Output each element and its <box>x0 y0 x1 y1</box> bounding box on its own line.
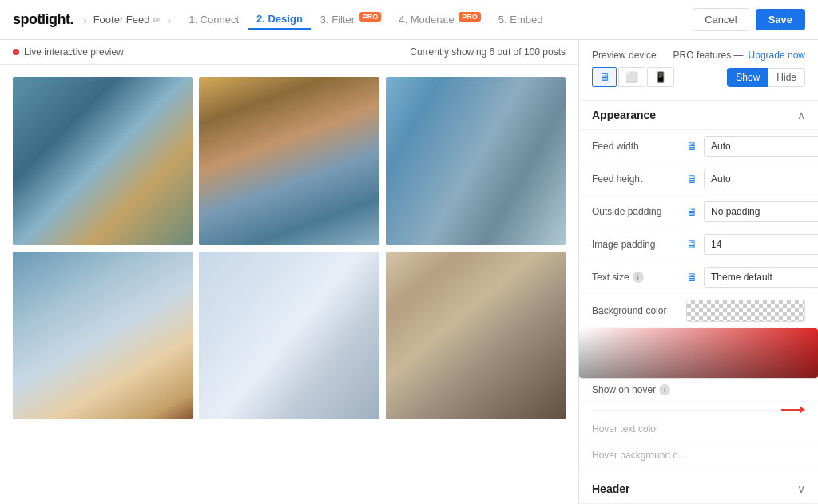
arrow-right-icon <box>781 405 805 415</box>
background-color-input-group <box>686 300 805 322</box>
svg-marker-1 <box>800 407 805 413</box>
nav-actions: Cancel Save <box>693 8 805 31</box>
feed-height-input-group: px <box>704 169 818 189</box>
outside-padding-label: Outside padding <box>592 206 680 217</box>
photo-cell-1 <box>13 77 193 245</box>
outside-padding-input-group: px <box>704 201 818 222</box>
live-indicator: Live interactive preview <box>13 46 124 58</box>
live-dot <box>13 49 19 55</box>
device-icons: 🖥 ⬜ 📱 <box>592 67 674 87</box>
photo-cell-6 <box>386 252 566 419</box>
photo-cell-3 <box>386 77 566 245</box>
steps-nav: 1. Connect 2. Design 3. Filter PRO 4. Mo… <box>181 10 550 30</box>
text-size-info-icon[interactable]: i <box>633 272 644 283</box>
hover-text-color-label: Hover text color <box>592 423 805 435</box>
text-size-row: Text size i 🖥 px <box>579 261 818 294</box>
step-moderate[interactable]: 4. Moderate PRO <box>391 10 489 29</box>
posts-count: Currently showing 6 out of 100 posts <box>410 46 566 58</box>
arrow-indicator-group <box>781 405 805 415</box>
device-label: Preview device <box>592 50 657 61</box>
right-panel: Preview device PRO features — Upgrade no… <box>578 40 818 504</box>
divider <box>592 410 781 411</box>
preview-area: Live interactive preview Currently showi… <box>0 40 578 504</box>
app-logo: spotlight. <box>13 11 73 28</box>
top-navigation: spotlight. › Footer Feed ✏ › 1. Connect … <box>0 0 818 40</box>
pro-row: PRO features — Upgrade now <box>673 50 805 61</box>
device-mobile-button[interactable]: 📱 <box>647 67 674 87</box>
dark-layer <box>579 328 818 379</box>
save-button[interactable]: Save <box>756 9 805 30</box>
text-size-label: Text size i <box>592 272 680 283</box>
show-hide-buttons: Show Hide <box>727 68 805 87</box>
device-tablet-button[interactable]: ⬜ <box>618 67 645 87</box>
device-icon-text-size: 🖥 <box>686 271 697 284</box>
device-desktop-button[interactable]: 🖥 <box>592 67 617 87</box>
show-on-hover-row: Show on hover i <box>579 379 818 402</box>
photo-grid <box>0 65 578 504</box>
photo-cell-2 <box>199 77 379 245</box>
header-section[interactable]: Header ∨ <box>579 474 818 504</box>
outside-padding-input[interactable] <box>704 201 818 222</box>
background-color-label: Background color <box>592 305 680 316</box>
show-on-hover-label: Show on hover i <box>592 384 680 395</box>
preview-bar: Live interactive preview Currently showi… <box>0 40 578 65</box>
feed-width-label: Feed width <box>592 141 680 152</box>
main-layout: Live interactive preview Currently showi… <box>0 40 818 504</box>
text-size-input[interactable] <box>704 267 818 288</box>
edit-icon[interactable]: ✏ <box>153 14 161 26</box>
hover-bg-color-label: Hover background c... <box>592 450 805 461</box>
device-row: Preview device PRO features — Upgrade no… <box>592 50 805 61</box>
device-icon-feed-width: 🖥 <box>686 140 697 153</box>
breadcrumb-sep-2: › <box>167 14 171 26</box>
color-gradient-canvas[interactable] <box>579 328 818 379</box>
feed-width-row: Feed width 🖥 px <box>579 130 818 163</box>
step-filter[interactable]: 3. Filter PRO <box>312 10 389 29</box>
feed-width-input[interactable] <box>704 136 818 157</box>
appearance-title: Appearance <box>592 109 656 121</box>
device-icon-feed-height: 🖥 <box>686 173 697 185</box>
pro-badge-moderate: PRO <box>459 12 481 22</box>
photo-cell-4 <box>13 252 193 419</box>
feed-height-input[interactable] <box>704 169 818 189</box>
photo-cell-5 <box>199 252 379 419</box>
hover-bg-color-row: Hover background c... <box>579 444 818 470</box>
breadcrumb-sep-1: › <box>83 14 87 26</box>
pro-badge-filter: PRO <box>359 12 382 22</box>
device-icon-image-padding: 🖥 <box>686 238 697 251</box>
breadcrumb-feed[interactable]: Footer Feed ✏ <box>93 14 161 26</box>
cancel-button[interactable]: Cancel <box>693 8 749 31</box>
feed-height-row: Feed height 🖥 px <box>579 163 818 196</box>
pro-features-label: PRO features — <box>673 50 744 61</box>
text-size-input-group: px <box>704 267 818 288</box>
outside-padding-row: Outside padding 🖥 px <box>579 196 818 228</box>
live-label: Live interactive preview <box>24 46 124 58</box>
chevron-up-icon: ∧ <box>797 109 805 121</box>
image-padding-input-group: px <box>704 234 818 255</box>
color-picker-popup: 255 R 255 G 255 B 0 A ▲ ▼ <box>579 328 818 379</box>
show-button[interactable]: Show <box>727 68 768 87</box>
hover-text-color-row: Hover text color <box>579 418 818 444</box>
upgrade-link[interactable]: Upgrade now <box>749 50 805 61</box>
image-padding-input[interactable] <box>704 234 818 255</box>
background-color-row: Background color <box>579 294 818 328</box>
background-color-preview[interactable] <box>686 300 805 322</box>
header-title: Header <box>592 482 629 495</box>
arrow-row <box>579 402 818 418</box>
show-on-hover-info-icon[interactable]: i <box>659 384 670 395</box>
appearance-section-header[interactable]: Appearance ∧ <box>579 101 818 130</box>
step-design[interactable]: 2. Design <box>248 10 311 30</box>
image-padding-row: Image padding 🖥 px <box>579 228 818 261</box>
device-controls-row: 🖥 ⬜ 📱 Show Hide <box>592 67 805 87</box>
feed-height-label: Feed height <box>592 173 680 185</box>
step-connect[interactable]: 1. Connect <box>181 10 247 29</box>
hide-button[interactable]: Hide <box>768 68 805 87</box>
image-padding-label: Image padding <box>592 239 680 250</box>
device-icon-outside-padding: 🖥 <box>686 205 697 218</box>
chevron-down-icon: ∨ <box>797 482 805 495</box>
step-embed[interactable]: 5. Embed <box>490 10 551 29</box>
feed-width-input-group: px <box>704 136 818 157</box>
device-section: Preview device PRO features — Upgrade no… <box>579 40 818 101</box>
